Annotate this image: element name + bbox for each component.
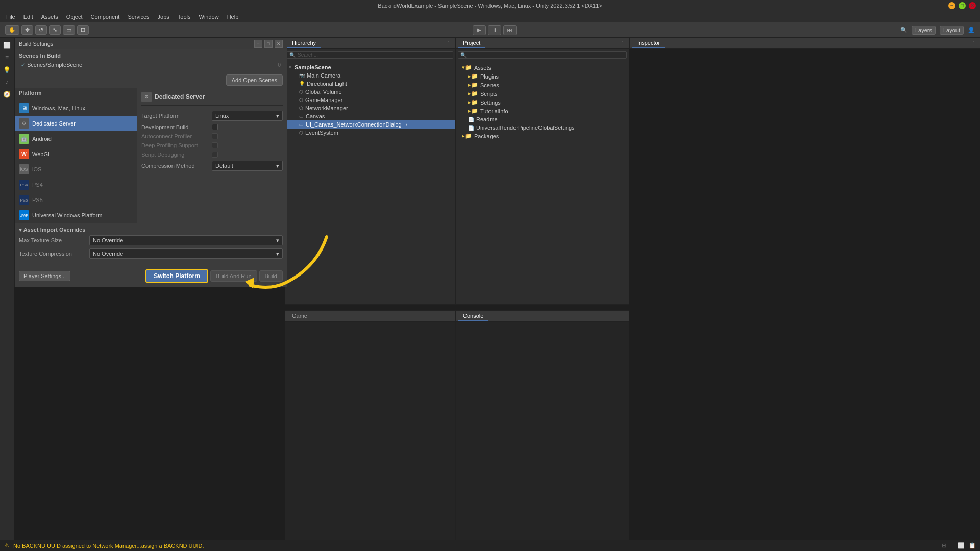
scene-list-item[interactable]: ✓ Scenes/SampleScene 0 <box>19 61 283 69</box>
plugins-folder-icon: ▸📁 <box>468 73 478 80</box>
panel-maximize-btn[interactable]: □ <box>264 40 273 48</box>
toolbar-scale-tool[interactable]: ⤡ <box>49 25 61 35</box>
hierarchy-item-globalvolume[interactable]: ⬡ Global Volume <box>285 88 455 96</box>
toolbar-move-tool[interactable]: ✥ <box>21 25 33 35</box>
build-and-run-button[interactable]: Build And Run <box>210 270 257 282</box>
hierarchy-item-eventsystem[interactable]: ⬡ EventSystem <box>285 129 455 137</box>
hierarchy-item-maincamera[interactable]: 📷 Main Camera <box>285 71 455 80</box>
compression-value: Default <box>215 163 233 169</box>
sidebar-lighting-icon[interactable]: 💡 <box>2 64 13 76</box>
close-button[interactable]: ✕ <box>969 2 976 9</box>
status-icon-2[interactable]: ≡ <box>950 543 953 549</box>
project-item-scenes[interactable]: ▸📁 Scenes <box>456 81 629 89</box>
target-platform-dropdown[interactable]: Linux ▾ <box>212 111 283 121</box>
tab-inspector[interactable]: Inspector <box>632 39 665 48</box>
sidebar-nav-icon[interactable]: 🧭 <box>2 89 13 100</box>
sidebar-layers-icon[interactable]: ≡ <box>2 52 13 63</box>
project-options-icon[interactable]: ⋮ <box>618 40 627 46</box>
menu-assets[interactable]: Assets <box>37 13 62 21</box>
player-settings-button[interactable]: Player Settings... <box>19 271 70 281</box>
project-item-settings[interactable]: ▸📁 Settings <box>456 98 629 107</box>
pause-button[interactable]: ⏸ <box>488 25 501 35</box>
toolbar-rect-tool[interactable]: ▭ <box>63 25 75 35</box>
menu-jobs[interactable]: Jobs <box>154 13 174 21</box>
search-icon[interactable]: 🔍 <box>900 27 908 33</box>
hierarchy-item-samplescene[interactable]: ▾ SampleScene <box>285 63 455 71</box>
compression-method-dropdown[interactable]: Default ▾ <box>212 161 283 171</box>
max-texture-size-dropdown[interactable]: No Override ▾ <box>89 235 283 245</box>
build-button[interactable]: Build <box>259 270 283 282</box>
scenes-in-build-title: Scenes In Build <box>19 53 283 59</box>
layout-button[interactable]: Layout <box>940 26 964 35</box>
status-icon-3[interactable]: ⬜ <box>958 542 965 549</box>
settings-header: ⚙ Dedicated Server <box>141 92 283 106</box>
inspector-panel: Inspector ⋮ <box>629 38 980 49</box>
script-debugging-label: Script Debugging <box>141 152 208 158</box>
toolbar-transform-tool[interactable]: ⊞ <box>77 25 89 35</box>
menu-window[interactable]: Window <box>195 13 223 21</box>
hierarchy-item-directionallight[interactable]: 💡 Directional Light <box>285 80 455 88</box>
menu-component[interactable]: Component <box>87 13 124 21</box>
tab-console[interactable]: Console <box>458 312 488 321</box>
assets-folder-icon: ▾📁 <box>462 64 472 71</box>
platform-item-dedicated-server[interactable]: ⚙ Dedicated Server <box>15 116 137 131</box>
hierarchy-item-ui-canvas[interactable]: ▭ UI_Canvas_NetworkConnectionDialog › <box>285 120 455 129</box>
menu-tools[interactable]: Tools <box>174 13 195 21</box>
platform-item-webgl[interactable]: W WebGL <box>15 146 137 162</box>
platform-item-android[interactable]: 🤖 Android <box>15 131 137 146</box>
project-search-input[interactable]: 🔍 <box>458 51 627 59</box>
max-texture-size-value: No Override <box>93 237 123 243</box>
panel-controls: − □ ✕ <box>254 40 283 48</box>
project-item-assets[interactable]: ▾📁 Assets <box>456 63 629 72</box>
menu-edit[interactable]: Edit <box>19 13 37 21</box>
texture-compression-value: No Override <box>93 251 123 257</box>
switch-platform-button[interactable]: Switch Platform <box>145 269 208 283</box>
menu-file[interactable]: File <box>2 13 19 21</box>
hierarchy-item-canvas[interactable]: ▭ Canvas <box>285 112 455 120</box>
account-icon[interactable]: 👤 <box>968 27 975 33</box>
platform-item-uwp[interactable]: UWP Universal Windows Platform <box>15 208 137 223</box>
tab-project[interactable]: Project <box>458 39 485 48</box>
toolbar-hand-tool[interactable]: ✋ <box>5 25 19 35</box>
minimize-button[interactable]: − <box>948 2 955 9</box>
status-icon-1[interactable]: ⊞ <box>942 542 946 549</box>
project-item-tutorialinfo[interactable]: ▸📁 TutorialInfo <box>456 107 629 115</box>
layers-button[interactable]: Layers <box>912 26 936 35</box>
project-item-plugins[interactable]: ▸📁 Plugins <box>456 72 629 81</box>
toolbar-rotate-tool[interactable]: ↺ <box>35 25 47 35</box>
hierarchy-item-networkmanager[interactable]: ⬡ NetworkManager <box>285 104 455 112</box>
texture-compression-dropdown[interactable]: No Override ▾ <box>89 248 283 259</box>
menu-object[interactable]: Object <box>62 13 87 21</box>
development-build-checkbox[interactable] <box>212 124 218 130</box>
play-button[interactable]: ▶ <box>473 25 486 35</box>
project-item-urp-settings[interactable]: 📄 UniversalRenderPipelineGlobalSettings <box>456 123 629 132</box>
hierarchy-search-icon: 🔍 <box>289 52 296 58</box>
tab-hierarchy[interactable]: Hierarchy <box>287 39 321 48</box>
texture-arrow-icon: ▾ <box>276 237 279 244</box>
platform-item-windows[interactable]: 🖥 Windows, Mac, Linux <box>15 101 137 116</box>
hierarchy-options-icon[interactable]: ⋮ <box>444 40 453 46</box>
menu-services[interactable]: Services <box>124 13 153 21</box>
panel-close-btn[interactable]: ✕ <box>275 40 283 48</box>
hierarchy-item-gamemanager[interactable]: ⬡ GameManager <box>285 96 455 104</box>
status-icon-4[interactable]: 📋 <box>969 542 976 549</box>
menubar: File Edit Assets Object Component Servic… <box>0 11 980 22</box>
add-open-scenes-button[interactable]: Add Open Scenes <box>226 74 283 86</box>
platform-item-ios[interactable]: iOS iOS <box>15 162 137 177</box>
maximize-button[interactable]: □ <box>959 2 966 9</box>
project-item-readme[interactable]: 📄 Readme <box>456 115 629 123</box>
step-button[interactable]: ⏭ <box>503 25 517 35</box>
platform-item-ps4[interactable]: PS4 PS4 <box>15 177 137 192</box>
panel-minimize-btn[interactable]: − <box>254 40 262 48</box>
hierarchy-search-input[interactable]: 🔍 Search... <box>287 51 453 59</box>
inspector-options-icon[interactable]: ⋮ <box>969 40 978 46</box>
script-debugging-checkbox <box>212 152 218 158</box>
sidebar-audio-icon[interactable]: ♪ <box>2 77 13 88</box>
project-item-scripts[interactable]: ▸📁 Scripts <box>456 89 629 98</box>
tab-game[interactable]: Game <box>287 312 312 321</box>
project-item-packages[interactable]: ▸📁 Packages <box>456 132 629 140</box>
platform-item-ps5[interactable]: PS5 PS5 <box>15 192 137 208</box>
menu-help[interactable]: Help <box>223 13 243 21</box>
light-icon: 💡 <box>299 81 305 86</box>
sidebar-scene-icon[interactable]: ⬜ <box>2 40 13 51</box>
